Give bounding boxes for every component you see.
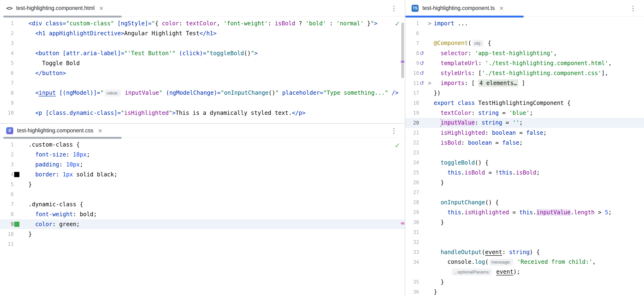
code-text: .custom-class { <box>28 141 80 148</box>
line-number: 5 <box>0 182 14 187</box>
inspections-ok-icon[interactable]: ✓ <box>395 20 400 28</box>
inspections-ok-icon[interactable]: ✓ <box>395 142 400 150</box>
color-swatch[interactable] <box>14 222 20 227</box>
angular-gutter-icon[interactable]: ↺ <box>420 60 424 66</box>
code-text: isBold: boolean = false; <box>434 140 523 146</box>
code-line[interactable]: 21 isHighlighted: boolean = false; <box>405 128 644 138</box>
gutter <box>419 227 434 237</box>
code-line[interactable]: 4 border: 1px solid black; <box>0 170 405 180</box>
line-number: 7 <box>0 202 14 207</box>
code-line[interactable]: 7 <box>0 78 405 88</box>
close-icon[interactable]: × <box>500 5 504 12</box>
code-line[interactable]: 28 onInputChange() { <box>405 198 644 208</box>
code-line[interactable]: 34 console.log(message: 'Received from c… <box>405 257 644 267</box>
code-line[interactable]: 4 <button [attr.aria-label]="'Test Butto… <box>0 48 405 58</box>
code-line[interactable]: 10} <box>0 229 405 239</box>
gutter: ↺ <box>419 58 434 68</box>
color-swatch[interactable] <box>14 172 20 177</box>
code-line[interactable]: 9 color: green; <box>0 219 405 229</box>
code-line[interactable]: 10 <p [class.dynamic-class]="isHighlight… <box>0 108 405 118</box>
fold-chevron-icon[interactable]: > <box>428 20 432 26</box>
code-line[interactable]: 1<div class="custom-class" [ngStyle]="{ … <box>0 18 405 28</box>
code-line[interactable]: 7.dynamic-class { <box>0 200 405 209</box>
gutter <box>14 229 28 239</box>
code-line[interactable]: 1.custom-class { <box>0 140 405 150</box>
code-line[interactable]: 31 <box>405 227 644 237</box>
code-line[interactable]: 18export class TestHighlightingComponent… <box>405 98 644 108</box>
gutter <box>14 108 28 118</box>
code-line[interactable]: 6 <box>405 28 644 38</box>
code-line[interactable]: 35 } <box>405 277 644 287</box>
code-line[interactable]: 10↺ styleUrls: ['./test-highlighting.com… <box>405 68 644 78</box>
code-line[interactable]: 3 <box>0 38 405 48</box>
line-number: 24 <box>405 160 419 166</box>
tab-bar-css-pane: # test-highlighting.component.css × ⋮ <box>0 124 405 138</box>
gutter <box>419 168 434 178</box>
code-line[interactable]: 20 inputValue: string = ''; <box>405 118 644 128</box>
angular-gutter-icon[interactable]: ↺ <box>420 51 424 56</box>
code-line[interactable]: 11 <box>0 239 405 249</box>
code-line[interactable]: 29 this.isHighlighted = this.inputValue.… <box>405 208 644 218</box>
code-line[interactable]: 6 </button> <box>0 68 405 78</box>
code-text: } <box>28 231 32 238</box>
code-line[interactable]: 8 font-weight: bold; <box>0 209 405 219</box>
more-options-icon[interactable]: ⋮ <box>630 4 636 12</box>
gutter <box>14 38 28 48</box>
code-editor-css[interactable]: 1.custom-class {2 font-size: 18px;3 padd… <box>0 140 405 249</box>
code-line[interactable]: 36} <box>405 287 644 296</box>
tab-ts-file[interactable]: TS test-highlighting.component.ts × <box>405 0 508 16</box>
selected-tab-underline <box>3 16 122 18</box>
tab-css-file[interactable]: # test-highlighting.component.css × <box>0 124 106 138</box>
vertical-scrollbar-thumb[interactable] <box>401 22 404 78</box>
code-line[interactable]: 6 <box>0 190 405 200</box>
fold-chevron-icon[interactable]: > <box>428 80 432 86</box>
code-line[interactable]: 9↺ templateUrl: './test-highlighting.com… <box>405 58 644 68</box>
code-line[interactable]: 5} <box>0 180 405 190</box>
code-line[interactable]: 5 Toggle Bold <box>0 58 405 68</box>
code-line[interactable]: 32 <box>405 237 644 247</box>
close-icon[interactable]: × <box>98 127 102 134</box>
close-icon[interactable]: × <box>99 5 104 12</box>
tab-title: test-highlighting.component.css <box>17 128 93 134</box>
code-line[interactable]: 25 this.isBold = !this.isBold; <box>405 168 644 178</box>
code-line[interactable]: 23 <box>405 148 644 158</box>
code-editor-ts[interactable]: 1>import ...67@Component(obj: {8↺ select… <box>405 18 644 296</box>
code-line[interactable]: 11↺> imports: [ 4 elements… ] <box>405 78 644 88</box>
code-line[interactable]: 22 isBold: boolean = false; <box>405 138 644 148</box>
code-text: padding: 10px; <box>28 161 83 168</box>
gutter <box>14 98 28 108</box>
more-options-icon[interactable]: ⋮ <box>391 127 397 134</box>
code-text: ...optionalParams: event); <box>434 268 520 276</box>
code-text: this.isBold = !this.isBold; <box>434 169 540 176</box>
code-text: isHighlighted: boolean = false; <box>434 130 547 136</box>
code-line[interactable]: 3 padding: 10px; <box>0 160 405 170</box>
code-text: } <box>28 181 32 188</box>
tab-html-file[interactable]: <> test-highlighting.component.html × <box>0 0 108 16</box>
code-line[interactable]: 8 <input [(ngModel)]="value: inputValue"… <box>0 88 405 98</box>
code-line[interactable]: 9 <box>0 98 405 108</box>
code-line[interactable]: 2 <h1 appHighlightDirective>Angular High… <box>0 28 405 38</box>
code-line[interactable]: 19 textColor: string = 'blue'; <box>405 108 644 118</box>
code-line[interactable]: ...optionalParams: event); <box>405 267 644 277</box>
scrollbar-caret-marker[interactable] <box>401 222 404 224</box>
code-line[interactable]: 8↺ selector: 'app-test-highlighting', <box>405 48 644 58</box>
code-line[interactable]: 33 handleOutput(event: string) { <box>405 247 644 257</box>
code-line[interactable]: 30 } <box>405 218 644 227</box>
scrollbar-caret-marker[interactable] <box>401 60 404 63</box>
angular-gutter-icon[interactable]: ↺ <box>420 70 424 76</box>
code-line[interactable]: 17}) <box>405 88 644 98</box>
code-text: font-size: 18px; <box>28 151 90 158</box>
line-number: 9 <box>0 100 14 106</box>
line-number: 5 <box>0 60 14 66</box>
code-line[interactable]: 7@Component(obj: { <box>405 38 644 48</box>
code-line[interactable]: 26 } <box>405 178 644 188</box>
angular-gutter-icon[interactable]: ↺ <box>420 80 424 86</box>
editor-pane-css: # test-highlighting.component.css × ⋮ 1.… <box>0 123 405 296</box>
code-line[interactable]: 24 toggleBold() { <box>405 158 644 168</box>
code-editor-html[interactable]: 1<div class="custom-class" [ngStyle]="{ … <box>0 18 405 118</box>
code-line[interactable]: 27 <box>405 188 644 198</box>
code-line[interactable]: 2 font-size: 18px; <box>0 150 405 160</box>
code-line[interactable]: 1>import ... <box>405 18 644 28</box>
more-options-icon[interactable]: ⋮ <box>391 4 397 12</box>
code-text: textColor: string = 'blue'; <box>434 110 533 116</box>
